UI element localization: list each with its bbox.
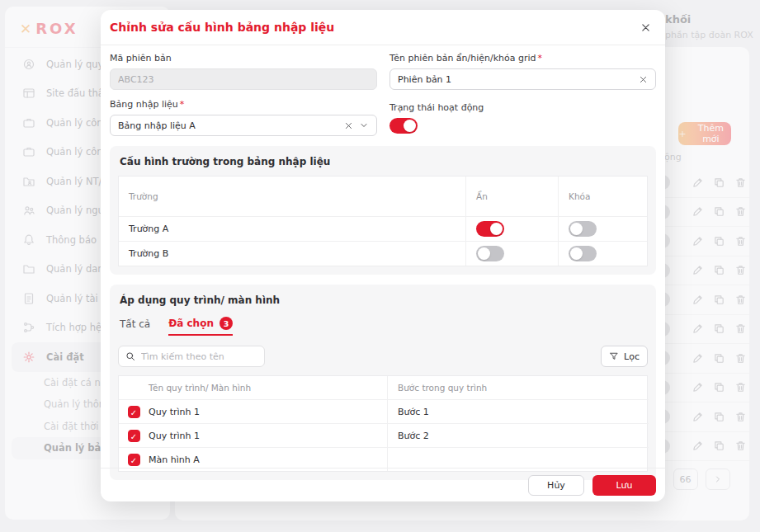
hidden-toggle-cell: [465, 216, 558, 241]
selected-count-badge: 3: [220, 317, 233, 330]
save-button[interactable]: Lưu: [592, 475, 656, 496]
process-name: Quy trình 1: [149, 399, 387, 423]
version-code-input-wrap: [110, 68, 377, 90]
modal-body: Mã phiên bản Tên phiên bản ẩn/hiện/khóa …: [101, 45, 665, 480]
modal-footer: Hủy Lưu: [101, 468, 665, 501]
clear-icon[interactable]: [344, 121, 353, 130]
edit-config-modal: Chỉnh sửa cấu hình bảng nhập liệu Mã phi…: [101, 10, 665, 501]
clear-icon[interactable]: [639, 75, 648, 84]
search-box: [118, 346, 265, 367]
modal-header: Chỉnh sửa cấu hình bảng nhập liệu: [101, 10, 665, 45]
column-header-name: Tên quy trình/ Màn hình: [149, 376, 387, 399]
hidden-toggle[interactable]: [476, 246, 504, 261]
tab-label: Tất cả: [120, 318, 150, 330]
field-name: Trường B: [119, 241, 465, 266]
toggle-knob: [478, 247, 490, 260]
tab-all[interactable]: Tất cả: [120, 318, 150, 336]
filter-label: Lọc: [624, 351, 640, 362]
input-table-label: Bảng nhập liệu*: [110, 98, 377, 111]
version-name-label: Tên phiên bản ẩn/hiện/khóa grid*: [389, 52, 656, 64]
hidden-toggle[interactable]: [476, 221, 504, 237]
apply-table: Tên quy trình/ Màn hình Bước trong quy t…: [118, 375, 648, 472]
form-grid: Mã phiên bản Tên phiên bản ẩn/hiện/khóa …: [110, 52, 656, 136]
column-header-truong: Trường: [119, 177, 465, 216]
active-status-label: Trạng thái hoạt động: [389, 101, 656, 114]
checkbox-cell: [119, 423, 149, 447]
input-table-value: Bảng nhập liệu A: [118, 120, 338, 131]
column-header-an: Ẩn: [465, 177, 558, 216]
filter-button[interactable]: Lọc: [601, 346, 648, 367]
version-code-label: Mã phiên bản: [110, 52, 377, 64]
input-table-select[interactable]: Bảng nhập liệu A: [110, 115, 377, 136]
active-status-field: Trạng thái hoạt động: [389, 98, 656, 136]
checkbox-column-header: [119, 376, 149, 399]
field-config-title: Cấu hình trường trong bảng nhập liệu: [120, 156, 648, 167]
locked-toggle[interactable]: [569, 246, 597, 261]
close-icon: [640, 22, 651, 33]
apply-panel-title: Áp dụng quy trình/ màn hình: [120, 294, 648, 306]
filter-icon: [609, 351, 619, 361]
apply-panel: Áp dụng quy trình/ màn hình Tất cả Đã ch…: [110, 285, 656, 480]
field-config-table: Trường Ẩn Khóa Trường A Trường B: [118, 176, 648, 266]
version-name-input-wrap: [389, 68, 656, 90]
field-name: Trường A: [119, 216, 465, 241]
locked-toggle[interactable]: [569, 221, 597, 237]
version-name-input[interactable]: [398, 74, 633, 85]
apply-tabs: Tất cả Đã chọn 3: [120, 314, 646, 336]
process-step: Bước 1: [387, 399, 649, 423]
toggle-knob: [570, 247, 583, 260]
checkbox-cell: [119, 399, 149, 423]
version-name-field: Tên phiên bản ẩn/hiện/khóa grid*: [389, 52, 656, 90]
page: ✕ ROX Quản lý quy trình Site đấu thầu Qu…: [0, 0, 760, 532]
row-checkbox[interactable]: [128, 430, 140, 442]
column-header-step: Bước trong quy trình: [387, 376, 649, 399]
tab-selected[interactable]: Đã chọn 3: [168, 317, 233, 336]
hidden-toggle-cell: [465, 241, 558, 266]
input-table-field: Bảng nhập liệu* Bảng nhập liệu A: [110, 98, 377, 136]
modal-title: Chỉnh sửa cấu hình bảng nhập liệu: [110, 21, 334, 34]
version-code-field: Mã phiên bản: [110, 52, 377, 90]
active-status-toggle[interactable]: [389, 118, 418, 134]
locked-toggle-cell: [558, 216, 647, 241]
column-header-khoa: Khóa: [558, 177, 647, 216]
process-step: Bước 2: [387, 423, 649, 447]
cancel-button[interactable]: Hủy: [528, 475, 584, 496]
locked-toggle-cell: [558, 241, 647, 266]
toggle-knob: [490, 223, 503, 235]
search-input[interactable]: [141, 351, 257, 362]
toggle-knob: [404, 120, 416, 132]
tab-label: Đã chọn: [168, 318, 214, 329]
chevron-down-icon[interactable]: [359, 120, 369, 130]
field-config-panel: Cấu hình trường trong bảng nhập liệu Trư…: [110, 146, 656, 275]
search-icon: [125, 351, 135, 361]
row-checkbox[interactable]: [128, 406, 140, 418]
search-row: Lọc: [118, 346, 648, 367]
toggle-knob: [570, 223, 583, 235]
row-checkbox[interactable]: [128, 454, 140, 466]
process-name: Quy trình 1: [149, 423, 387, 447]
version-code-input[interactable]: [118, 74, 369, 85]
close-button[interactable]: [636, 18, 654, 36]
